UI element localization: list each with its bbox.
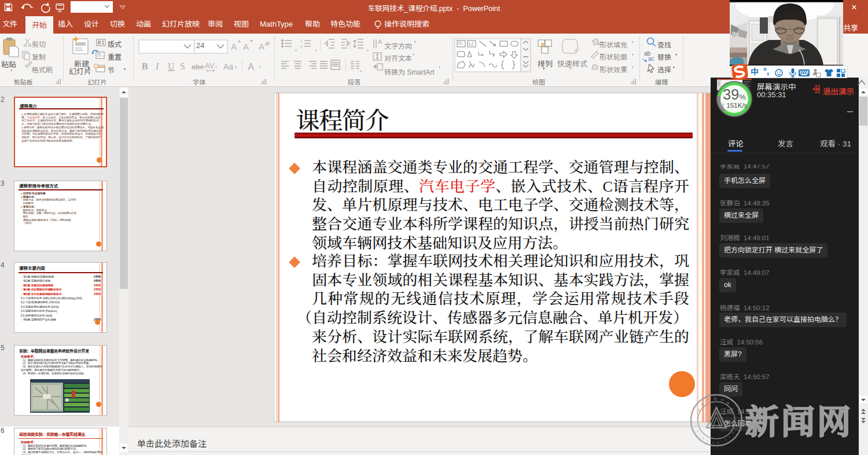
svg-text:H: H (735, 422, 739, 425)
svg-text:Aa: Aa (223, 62, 233, 71)
svg-text:abe: abe (192, 63, 204, 71)
svg-text:V: V (724, 438, 727, 442)
svg-text:E: E (731, 431, 735, 434)
svg-text:ac: ac (648, 56, 654, 62)
svg-text:A: A (243, 42, 249, 52)
svg-text:U: U (712, 441, 715, 444)
svg-text:学: 学 (726, 401, 730, 406)
svg-text:大: 大 (720, 398, 724, 402)
svg-text:A: A (231, 42, 237, 52)
svg-text:A: A (706, 439, 709, 442)
svg-text:N: N (702, 436, 705, 440)
svg-text:A: A (378, 38, 382, 45)
svg-text:1: 1 (300, 39, 303, 43)
svg-text:工: 工 (706, 398, 710, 402)
svg-text:太: 太 (697, 408, 701, 412)
svg-text:I: I (721, 440, 723, 443)
svg-text:U: U (168, 61, 175, 71)
svg-text:I: I (155, 61, 159, 71)
svg-text:2: 2 (300, 45, 303, 49)
svg-text:AV: AV (205, 61, 215, 70)
svg-text:T: T (728, 435, 731, 439)
svg-text:B: B (142, 61, 148, 71)
svg-text:业: 业 (713, 397, 717, 401)
svg-text:S: S (180, 61, 185, 71)
svg-text:C: C (694, 425, 697, 428)
svg-text:A: A (248, 61, 255, 72)
svg-text:I: I (699, 434, 701, 436)
svg-text:A: A (259, 42, 264, 52)
svg-text:C: C (734, 426, 737, 430)
svg-text:N: N (717, 441, 719, 444)
svg-text:H: H (696, 430, 699, 433)
